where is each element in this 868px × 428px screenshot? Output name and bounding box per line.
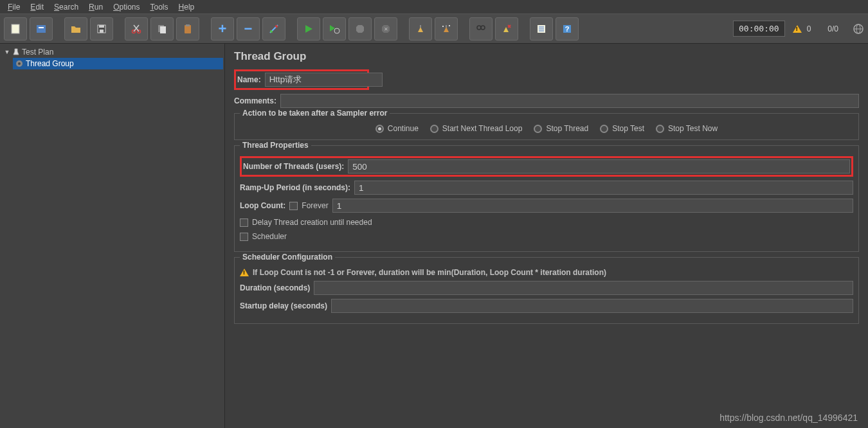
paste-button[interactable] [176,17,199,40]
svg-rect-5 [100,30,104,33]
svg-rect-2 [39,27,44,28]
svg-text:✕: ✕ [384,26,388,32]
name-input[interactable] [265,73,383,87]
menu-edit[interactable]: Edit [25,1,49,13]
sampler-error-legend: Action to be taken after a Sampler error [240,109,390,118]
loopcount-label: Loop Count: [240,201,285,210]
warning-icon [240,269,249,276]
save-button[interactable] [90,17,113,40]
thread-group-icon [15,60,23,67]
svg-rect-20 [446,25,447,28]
cut-button[interactable] [125,17,148,40]
shutdown-button[interactable]: ✕ [374,17,397,40]
templates-button[interactable] [30,17,53,40]
svg-point-15 [270,30,273,33]
menu-file[interactable]: File [3,1,25,13]
warning-count: 0 [807,24,811,33]
radio-icon [430,125,439,133]
radio-icon [534,125,542,133]
svg-point-16 [275,25,278,28]
svg-rect-19 [420,25,421,28]
watermark: https://blog.csdn.net/qq_14996421 [719,413,858,423]
name-row-highlight: Name: [234,69,369,90]
menubar: File Edit Search Run Options Tools Help [0,0,868,14]
radio-stop-thread[interactable]: Stop Thread [534,124,588,133]
scheduler-checkbox[interactable] [240,233,248,241]
radio-icon [600,125,608,133]
start-button[interactable] [297,17,320,40]
tree-node-thread-group[interactable]: Thread Group [13,58,223,69]
comments-label: Comments: [234,96,276,105]
menu-search[interactable]: Search [49,1,84,13]
startup-delay-input[interactable] [331,299,853,313]
svg-rect-1 [37,25,46,33]
svg-point-22 [449,25,450,26]
scheduler-config-fieldset: Scheduler Configuration If Loop Count is… [234,257,859,324]
status-area: 0 0/0 [793,23,864,35]
svg-point-38 [18,62,21,65]
reset-search-button[interactable] [495,17,518,40]
globe-icon [853,23,864,35]
comments-input[interactable] [280,94,859,108]
svg-point-21 [442,26,444,27]
menu-run[interactable]: Run [84,1,108,13]
svg-point-23 [477,26,481,30]
expand-toggle-icon[interactable]: ▼ [4,49,10,55]
expand-button[interactable]: + [211,17,234,40]
start-no-timers-button[interactable] [323,17,346,40]
delay-thread-label: Delay Thread creation until needed [252,218,372,227]
svg-point-24 [481,26,485,30]
menu-options[interactable]: Options [108,1,145,13]
function-helper-button[interactable] [530,17,553,40]
svg-point-17 [334,28,339,33]
clear-button[interactable] [409,17,432,40]
scheduler-config-legend: Scheduler Configuration [240,253,335,262]
test-plan-tree[interactable]: ▼ Test Plan Thread Group [0,44,225,428]
rampup-label: Ramp-Up Period (in seconds): [240,183,350,192]
open-button[interactable] [64,17,87,40]
radio-continue[interactable]: Continue [375,124,419,133]
forever-checkbox[interactable] [289,202,298,210]
copy-button[interactable] [150,17,174,40]
menu-help[interactable]: Help [174,1,200,13]
startup-delay-label: Startup delay (seconds) [240,301,327,310]
thread-group-panel: Thread Group Name: Comments: Action to b… [225,44,868,428]
help-button[interactable]: ? [556,17,579,40]
tree-label-test-plan: Test Plan [22,48,53,57]
radio-start-next[interactable]: Start Next Thread Loop [430,124,523,133]
loopcount-input[interactable] [332,199,853,213]
stop-button[interactable] [348,17,372,40]
toggle-button[interactable] [262,17,285,40]
tree-node-test-plan[interactable]: ▼ Test Plan [1,46,223,58]
duration-input[interactable] [314,281,853,295]
panel-title: Thread Group [234,50,859,63]
radio-icon [656,125,664,133]
svg-rect-0 [12,24,19,33]
thread-ratio: 0/0 [827,24,838,33]
sampler-error-fieldset: Action to be taken after a Sampler error… [234,113,859,140]
num-threads-row-highlight: Number of Threads (users): [240,156,853,177]
collapse-button[interactable]: − [237,17,260,40]
tree-label-thread-group: Thread Group [26,59,74,68]
warning-icon [793,25,802,33]
clear-all-button[interactable] [435,17,458,40]
new-button[interactable] [4,17,27,40]
num-threads-input[interactable] [348,159,850,174]
svg-rect-11 [160,26,166,33]
toolbar: + − ✕ ? 00:00:00 0 0/0 [0,14,868,44]
rampup-input[interactable] [354,181,853,195]
search-button[interactable] [469,17,493,40]
duration-label: Duration (seconds) [240,283,310,292]
delay-thread-checkbox[interactable] [240,218,248,227]
menu-tools[interactable]: Tools [145,1,174,13]
test-plan-icon [13,48,19,56]
name-label: Name: [237,75,261,84]
radio-stop-test-now[interactable]: Stop Test Now [656,124,718,133]
svg-rect-4 [99,25,104,28]
radio-icon [375,125,384,133]
forever-label: Forever [302,201,328,210]
scheduler-warning-text: If Loop Count is not -1 or Forever, dura… [253,268,606,277]
radio-stop-test[interactable]: Stop Test [600,124,644,133]
elapsed-timer: 00:00:00 [733,21,785,37]
svg-text:?: ? [565,25,570,33]
